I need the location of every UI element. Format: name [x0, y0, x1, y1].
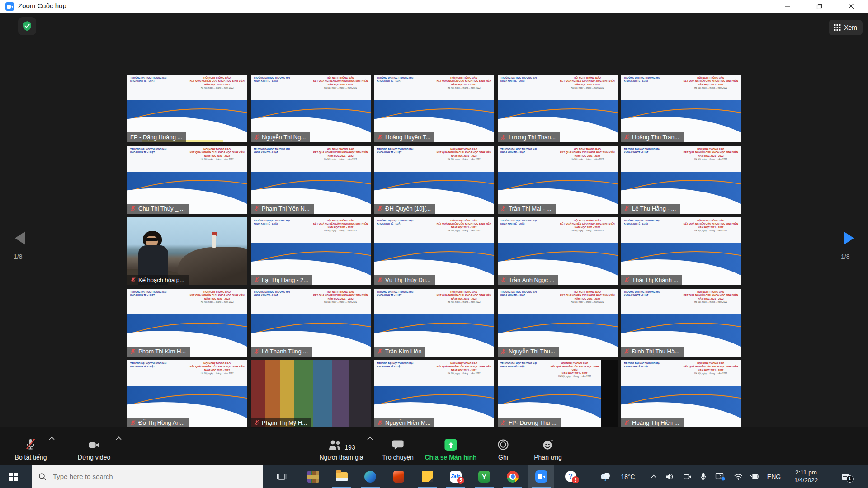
participants-button[interactable]: 193 Người tham gia — [319, 427, 363, 465]
participant-tile[interactable]: TRƯỜNG ĐẠI HỌC THƯƠNG MẠIKHOA KINH TẾ - … — [374, 289, 494, 357]
participant-tile[interactable]: Phạm Thị Mỹ H... — [251, 360, 371, 428]
participant-tile[interactable]: TRƯỜNG ĐẠI HỌC THƯƠNG MẠIKHOA KINH TẾ - … — [621, 75, 741, 142]
view-button[interactable]: Xem — [829, 20, 863, 35]
participant-tile[interactable]: TRƯỜNG ĐẠI HỌC THƯƠNG MẠIKHOA KINH TẾ - … — [127, 360, 247, 428]
camera-tray-icon[interactable] — [680, 465, 694, 488]
participant-tile[interactable]: TRƯỜNG ĐẠI HỌC THƯƠNG MẠIKHOA KINH TẾ - … — [498, 146, 618, 214]
slide-university-text: TRƯỜNG ĐẠI HỌC THƯƠNG MẠIKHOA KINH TẾ - … — [500, 219, 537, 225]
participant-name: Phạm Thị Yến N... — [262, 205, 310, 212]
security-shield-icon[interactable] — [18, 17, 36, 35]
language-indicator[interactable]: ENG — [765, 465, 783, 488]
taskbar-app-sticky-notes[interactable] — [414, 465, 440, 488]
slide-university-text: TRƯỜNG ĐẠI HỌC THƯƠNG MẠIKHOA KINH TẾ - … — [624, 362, 660, 368]
taskbar-app-help[interactable]: ?! — [557, 465, 584, 488]
participant-name: Trần Thị Mai - ... — [509, 205, 552, 212]
slide-title-text: HỘI NGHỊ THÔNG BÁOKẾT QUẢ NGHIÊN CỨU KHO… — [435, 362, 493, 375]
participant-tile[interactable]: TRƯỜNG ĐẠI HỌC THƯƠNG MẠIKHOA KINH TẾ - … — [621, 360, 741, 428]
unmute-button[interactable]: Bỏ tắt tiếng — [15, 427, 47, 465]
taskbar-app-green-y[interactable]: Y — [471, 465, 497, 488]
participant-tile[interactable]: TRƯỜNG ĐẠI HỌC THƯƠNG MẠIKHOA KINH TẾ - … — [374, 217, 494, 285]
reactions-label: Phản ứng — [534, 454, 562, 461]
taskbar-app-zalo[interactable]: Zalo 5 — [443, 465, 469, 488]
mic-muted-icon — [377, 277, 383, 283]
task-view-button[interactable] — [269, 465, 295, 488]
mic-muted-icon — [377, 420, 383, 426]
slide-university-text: TRƯỜNG ĐẠI HỌC THƯƠNG MẠIKHOA KINH TẾ - … — [130, 362, 166, 368]
participant-tile[interactable]: TRƯỜNG ĐẠI HỌC THƯƠNG MẠIKHOA KINH TẾ - … — [251, 146, 371, 214]
clock-time: 2:11 pm — [795, 469, 817, 477]
close-button[interactable] — [835, 0, 867, 13]
volume-icon[interactable] — [663, 465, 676, 488]
participant-tile[interactable]: TRƯỜNG ĐẠI HỌC THƯƠNG MẠIKHOA KINH TẾ - … — [251, 217, 371, 285]
slide-title-text: HỘI NGHỊ THÔNG BÁOKẾT QUẢ NGHIÊN CỨU KHO… — [311, 148, 369, 161]
notification-center-button[interactable]: 1 — [835, 465, 855, 488]
weather-icon[interactable] — [598, 465, 613, 488]
participant-tile[interactable]: TRƯỜNG ĐẠI HỌC THƯƠNG MẠIKHOA KINH TẾ - … — [498, 289, 618, 357]
chrome-icon — [507, 471, 519, 483]
stop-video-button[interactable]: Dừng video — [78, 427, 110, 465]
participant-tile[interactable]: TRƯỜNG ĐẠI HỌC THƯƠNG MẠIKHOA KINH TẾ - … — [127, 146, 247, 214]
search-input[interactable] — [52, 472, 244, 481]
share-screen-icon — [445, 439, 457, 451]
edge-browser-icon — [364, 471, 376, 483]
mic-options-caret[interactable] — [49, 434, 55, 442]
participant-name: FP- Dương Thu ... — [509, 419, 557, 427]
taskbar-app-zoom[interactable] — [528, 465, 554, 488]
taskbar-clock[interactable]: 2:11 pm 1/4/2022 — [788, 465, 825, 488]
share-screen-button[interactable]: Chia sẻ Màn hình — [425, 427, 476, 465]
participant-tile[interactable]: TRƯỜNG ĐẠI HỌC THƯƠNG MẠIKHOA KINH TẾ - … — [251, 289, 371, 357]
participant-name-bar: Phạm Thị Kim H... — [127, 347, 190, 357]
participant-name: Hoàng Thị Hiền ... — [632, 419, 679, 427]
taskbar-app-edge[interactable] — [357, 465, 383, 488]
chat-button[interactable]: Trò chuyện — [382, 427, 414, 465]
participant-tile[interactable]: TRƯỜNG ĐẠI HỌC THƯƠNG MẠIKHOA KINH TẾ - … — [127, 289, 247, 357]
participant-tile[interactable]: TRƯỜNG ĐẠI HỌC THƯƠNG MẠIKHOA KINH TẾ - … — [498, 75, 618, 142]
slide-title-text: HỘI NGHỊ THÔNG BÁOKẾT QUẢ NGHIÊN CỨU KHO… — [435, 148, 493, 161]
page-indicator-left: 1/8 — [14, 253, 22, 260]
taskbar-app-chrome[interactable] — [500, 465, 526, 488]
participant-tile[interactable]: TRƯỜNG ĐẠI HỌC THƯƠNG MẠIKHOA KINH TẾ - … — [374, 75, 494, 142]
taskbar-app-file-explorer[interactable] — [329, 465, 355, 488]
participant-tile[interactable]: TRƯỜNG ĐẠI HỌC THƯƠNG MẠIKHOA KINH TẾ - … — [498, 360, 618, 428]
video-options-caret[interactable] — [116, 434, 122, 442]
tray-overflow-caret[interactable] — [647, 465, 660, 488]
slide-title-text: HỘI NGHỊ THÔNG BÁOKẾT QUẢ NGHIÊN CỨU KHO… — [558, 291, 616, 304]
start-button[interactable] — [0, 465, 27, 488]
reactions-button[interactable]: Phản ứng — [534, 427, 562, 465]
taskbar-app-office[interactable] — [386, 465, 412, 488]
participant-name-bar: Chu Thị Thủy _ ... — [127, 204, 189, 214]
mic-muted-icon — [500, 420, 506, 426]
participant-name-bar: Lương Thị Than... — [498, 132, 560, 142]
microphone-tray-icon[interactable] — [697, 465, 709, 488]
participant-name: Đinh Thị Thu Hà... — [632, 347, 679, 355]
screen-share-sync-icon[interactable] — [712, 465, 728, 488]
slide-university-text: TRƯỜNG ĐẠI HỌC THƯƠNG MẠIKHOA KINH TẾ - … — [500, 148, 537, 154]
mic-muted-icon — [624, 348, 630, 354]
participant-name: Nguyễn Thị Ng... — [262, 133, 306, 141]
participant-tile[interactable]: TRƯỜNG ĐẠI HỌC THƯƠNG MẠIKHOA KINH TẾ - … — [374, 146, 494, 214]
participant-tile[interactable]: Kế hoạch hóa p... — [127, 217, 247, 285]
participant-tile[interactable]: TRƯỜNG ĐẠI HỌC THƯƠNG MẠIKHOA KINH TẾ - … — [621, 289, 741, 357]
participant-name: Kế hoạch hóa p... — [138, 276, 184, 284]
participant-tile[interactable]: TRƯỜNG ĐẠI HỌC THƯƠNG MẠIKHOA KINH TẾ - … — [621, 217, 741, 285]
participants-options-caret[interactable] — [367, 434, 373, 442]
participant-tile[interactable]: TRƯỜNG ĐẠI HỌC THƯƠNG MẠIKHOA KINH TẾ - … — [498, 217, 618, 285]
participant-tile[interactable]: TRƯỜNG ĐẠI HỌC THƯƠNG MẠIKHOA KINH TẾ - … — [374, 360, 494, 428]
participants-label: Người tham gia — [319, 454, 363, 461]
participant-tile[interactable]: TRƯỜNG ĐẠI HỌC THƯƠNG MẠIKHOA KINH TẾ - … — [621, 146, 741, 214]
wifi-icon[interactable] — [731, 465, 745, 488]
temperature-label[interactable]: 18°C — [618, 465, 638, 488]
previous-page-arrow[interactable] — [15, 231, 25, 245]
slide-university-text: TRƯỜNG ĐẠI HỌC THƯƠNG MẠIKHOA KINH TẾ - … — [377, 362, 413, 368]
taskbar-app-winrar[interactable] — [300, 465, 326, 488]
participant-tile[interactable]: TRƯỜNG ĐẠI HỌC THƯƠNG MẠIKHOA KINH TẾ - … — [127, 75, 247, 142]
zoom-app-icon — [5, 2, 14, 11]
restore-button[interactable] — [803, 0, 835, 13]
next-page-arrow[interactable] — [844, 231, 854, 245]
participant-tile[interactable]: TRƯỜNG ĐẠI HỌC THƯƠNG MẠIKHOA KINH TẾ - … — [251, 75, 371, 142]
minimize-button[interactable] — [772, 0, 803, 13]
slide-title-text: HỘI NGHỊ THÔNG BÁOKẾT QUẢ NGHIÊN CỨU KHO… — [682, 362, 740, 375]
battery-icon[interactable] — [747, 465, 762, 488]
record-button[interactable]: Ghi — [497, 427, 509, 465]
taskbar-search[interactable] — [32, 465, 263, 488]
